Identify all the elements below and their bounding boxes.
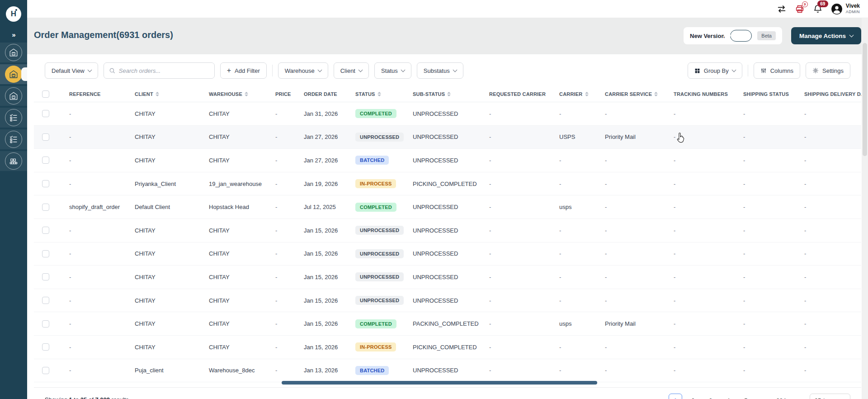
row-checkbox[interactable]	[42, 320, 49, 328]
user-role: ADMIN	[846, 10, 860, 14]
printer-icon[interactable]: 9	[795, 4, 805, 14]
cell-price: -	[270, 344, 298, 351]
status-badge: COMPLETED	[355, 319, 396, 328]
cell-price: -	[270, 110, 298, 117]
sidebar-item-batches[interactable]	[0, 129, 27, 149]
table-row[interactable]: -CHITAYCHITAY-Jan 27, 2026BATCHEDUNPROCE…	[34, 149, 861, 172]
status-filter-dropdown[interactable]: Status	[374, 62, 411, 79]
table-row[interactable]: -CHITAYCHITAY-Jan 15, 2026UNPROCESSEDUNP…	[34, 289, 861, 313]
pagination-page-1[interactable]: 1	[669, 394, 682, 399]
warehouse-filter-dropdown[interactable]: Warehouse	[278, 62, 328, 79]
cell-status: UNPROCESSED	[350, 296, 407, 305]
bell-icon[interactable]: 69	[813, 4, 823, 14]
sort-icon[interactable]	[447, 92, 451, 96]
sidebar-item-tasks[interactable]	[0, 108, 27, 128]
row-checkbox[interactable]	[42, 110, 49, 117]
substatus-filter-dropdown[interactable]: Substatus	[417, 62, 463, 79]
row-checkbox[interactable]	[42, 343, 49, 351]
row-checkbox[interactable]	[42, 204, 49, 211]
column-header-warehouse[interactable]: WAREHOUSE	[203, 91, 270, 97]
sidebar-item-inbound[interactable]	[0, 43, 27, 62]
cell-order_date: Jan 15, 2026	[298, 320, 350, 327]
column-header-carrier[interactable]: CARRIER	[554, 91, 599, 97]
table-row[interactable]: -CHITAYCHITAY-Jan 31, 2026COMPLETEDUNPRO…	[34, 102, 861, 126]
cell-warehouse: CHITAY	[203, 274, 270, 280]
horizontal-scrollbar-thumb[interactable]	[282, 381, 597, 385]
pagination-page-5[interactable]: 5	[739, 394, 753, 399]
search-input[interactable]	[119, 67, 209, 74]
sidebar-item-outbound[interactable]	[0, 86, 27, 106]
sort-icon[interactable]	[156, 92, 159, 96]
row-checkbox[interactable]	[42, 250, 49, 257]
table-row[interactable]: shopify_draft_orderDefault ClientHopstac…	[34, 195, 861, 219]
table-row[interactable]: -CHITAYCHITAY-Jan 27, 2026UNPROCESSEDUNP…	[34, 126, 861, 149]
sidebar-expand-button[interactable]: »	[0, 29, 27, 40]
table-row[interactable]: -CHITAYCHITAY-Jan 15, 2026IN-PROCESSPICK…	[34, 336, 861, 359]
row-checkbox[interactable]	[42, 273, 49, 280]
sidebar-item-fulfillment[interactable]	[0, 151, 27, 171]
app-logo[interactable]: H	[6, 6, 21, 22]
chevron-down-icon	[849, 33, 854, 37]
manage-actions-button[interactable]: Manage Actions	[791, 27, 861, 44]
pagination-prev-button[interactable]: <	[651, 394, 665, 399]
column-header-client[interactable]: CLIENT	[129, 91, 203, 97]
table-row[interactable]: -Priyanka_Client19_jan_wearehouse-Jan 19…	[34, 172, 861, 196]
pagination-page-284[interactable]: 284	[774, 394, 788, 399]
vertical-scrollbar-thumb[interactable]	[863, 43, 867, 156]
cell-warehouse: CHITAY	[203, 227, 270, 234]
select-all-checkbox[interactable]	[42, 90, 49, 98]
table-body: -CHITAYCHITAY-Jan 31, 2026COMPLETEDUNPRO…	[34, 102, 861, 382]
table-row[interactable]: -CHITAYCHITAY-Jan 15, 2026UNPROCESSEDUNP…	[34, 266, 861, 289]
table-row[interactable]: -CHITAYCHITAY-Jan 15, 2026COMPLETEDPACKI…	[34, 312, 861, 336]
sort-icon[interactable]	[377, 92, 381, 96]
add-filter-button[interactable]: + Add Filter	[220, 62, 267, 79]
row-checkbox[interactable]	[42, 227, 49, 234]
cell-carrier_service: -	[599, 344, 668, 351]
search-box	[104, 62, 215, 79]
row-checkbox[interactable]	[42, 297, 49, 304]
cell-shipping_status: -	[738, 274, 799, 280]
cell-shipping_status: -	[738, 320, 799, 327]
table-row[interactable]: -CHITAYCHITAY-Jan 15, 2026UNPROCESSEDUNP…	[34, 219, 861, 242]
cell-status: COMPLETED	[350, 109, 407, 118]
cell-status: UNPROCESSED	[350, 226, 407, 235]
table-row[interactable]: -Puja_clientWarehouse_8dec-Jan 13, 2026B…	[34, 359, 861, 383]
sidebar-item-orders-active[interactable]	[0, 64, 27, 84]
pagination: < 12345···284 > 25 / page	[651, 394, 850, 399]
cell-shipping_delivery_date: -	[799, 274, 861, 280]
pagination-page-2[interactable]: 2	[686, 394, 700, 399]
page-size-select[interactable]: 25 / page	[810, 394, 850, 399]
columns-button[interactable]: Columns	[754, 62, 800, 79]
cell-status: UNPROCESSED	[350, 133, 407, 142]
cell-warehouse: Warehouse_8dec	[203, 367, 270, 374]
pagination-next-button[interactable]: >	[792, 394, 806, 399]
cell-order_date: Jan 15, 2026	[298, 227, 350, 234]
pagination-page-3[interactable]: 3	[704, 394, 717, 399]
table-row[interactable]: -CHITAYCHITAY-Jan 15, 2026UNPROCESSEDUNP…	[34, 242, 861, 266]
user-menu[interactable]: Vivek ADMIN	[831, 3, 860, 15]
cell-sub_status: UNPROCESSED	[407, 274, 484, 280]
cell-order_date: Jan 15, 2026	[298, 250, 350, 257]
sort-icon[interactable]	[654, 92, 658, 96]
pagination-page-4[interactable]: 4	[722, 394, 735, 399]
row-checkbox[interactable]	[42, 180, 49, 187]
new-version-toggle[interactable]	[730, 30, 752, 42]
column-header-carrier_service[interactable]: CARRIER SERVICE	[599, 91, 668, 97]
client-filter-dropdown[interactable]: Client	[334, 62, 369, 79]
row-checkbox[interactable]	[42, 367, 49, 374]
row-checkbox[interactable]	[42, 157, 49, 164]
vertical-scrollbar-track[interactable]	[862, 18, 868, 399]
settings-button[interactable]: Settings	[806, 62, 850, 79]
sort-icon[interactable]	[245, 92, 248, 96]
swap-arrows-icon[interactable]	[777, 4, 787, 14]
group-by-dropdown[interactable]: Group By	[688, 62, 742, 79]
row-checkbox[interactable]	[42, 133, 49, 141]
default-view-dropdown[interactable]: Default View	[45, 62, 98, 79]
cell-sub_status: UNPROCESSED	[407, 133, 484, 140]
column-header-sub_status[interactable]: SUB-STATUS	[407, 91, 484, 97]
group-by-label: Group By	[704, 67, 729, 74]
cell-carrier: usps	[554, 320, 599, 327]
sort-icon[interactable]	[585, 92, 589, 96]
column-header-status[interactable]: STATUS	[350, 91, 407, 97]
cell-shipping_delivery_date: -	[799, 297, 861, 304]
